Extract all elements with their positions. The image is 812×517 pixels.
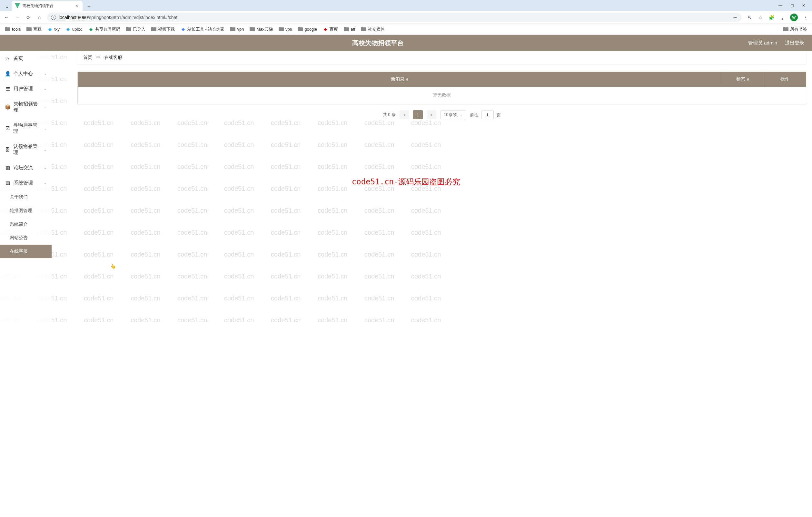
column-action: 操作 — [764, 72, 806, 87]
logout-button[interactable]: 退出登录 — [785, 40, 804, 46]
user-info[interactable]: 管理员 admin — [748, 40, 777, 46]
menu-icon[interactable]: ⋮ — [802, 14, 809, 21]
pagination-prev-button[interactable]: < — [400, 110, 409, 119]
sidebar-item-label: 寻物启事管理 — [13, 122, 40, 134]
chevron-down-icon: ⌄ — [44, 87, 47, 91]
bookmark-item[interactable]: tools — [3, 26, 23, 33]
pagination-total: 共 0 条 — [383, 112, 396, 118]
chevron-down-icon: ⌄ — [44, 181, 47, 185]
browser-tab-strip: ⌄ 高校失物招领平台 × + — ▢ ✕ — [0, 0, 812, 11]
chevron-down-icon: ⌄ — [44, 105, 47, 109]
close-tab-icon[interactable]: × — [74, 3, 79, 8]
bookmark-item[interactable]: google — [296, 26, 319, 33]
folder-icon — [298, 27, 303, 31]
sidebar-item-label: 个人中心 — [13, 70, 33, 77]
folder-icon — [230, 27, 235, 31]
bookmark-label: Max云梯 — [256, 26, 273, 32]
app-header: 高校失物招领平台 管理员 admin 退出登录 — [0, 35, 812, 51]
bookmark-label: 社交媒体 — [368, 26, 385, 32]
bookmark-item[interactable]: 已导入 — [124, 26, 147, 33]
pagination-next-button[interactable]: > — [427, 110, 436, 119]
sidebar-item[interactable]: ☰用户管理⌄ — [0, 81, 52, 96]
folder-icon — [250, 27, 255, 31]
password-key-icon[interactable]: ⊶ — [731, 14, 738, 21]
bookmark-item[interactable]: aff — [342, 26, 357, 33]
bookmark-item[interactable]: 视频下载 — [149, 26, 177, 33]
column-new-message[interactable]: 新消息 ▲▼ — [78, 72, 722, 87]
bookmark-star-icon[interactable]: ☆ — [757, 14, 764, 21]
page-size-select[interactable]: 10条/页 — [440, 110, 466, 119]
breadcrumb-collapse-icon[interactable]: ☰ — [96, 55, 100, 60]
home-button[interactable]: ⌂ — [36, 14, 42, 21]
folder-icon — [279, 27, 284, 31]
forward-button[interactable]: → — [14, 14, 21, 21]
reload-button[interactable]: ⟳ — [25, 14, 32, 21]
extensions-icon[interactable]: 🧩 — [768, 14, 775, 21]
tab-dropdown-icon[interactable]: ⌄ — [3, 2, 11, 11]
folder-icon — [344, 27, 349, 31]
sidebar-item[interactable]: 🗄认领物品管理⌄ — [0, 139, 52, 160]
close-window-button[interactable]: ✕ — [801, 3, 806, 8]
bookmark-favicon-icon: ◆ — [181, 27, 186, 32]
sort-icon[interactable]: ▲▼ — [747, 78, 750, 81]
bookmark-item[interactable]: ◆百度 — [321, 26, 340, 33]
bookmark-item[interactable]: ◆站长工具 - 站长之家 — [179, 26, 227, 33]
sidebar-item[interactable]: ☑寻物启事管理⌄ — [0, 118, 52, 139]
sidebar-item[interactable]: ▤系统管理⌄ — [0, 175, 52, 190]
pagination-page-1[interactable]: 1 — [413, 110, 423, 119]
bookmark-label: google — [304, 27, 317, 32]
chevron-down-icon: ⌄ — [44, 72, 47, 75]
profile-avatar[interactable]: W — [790, 13, 798, 21]
bookmark-item[interactable]: 社交媒体 — [359, 26, 387, 33]
back-button[interactable]: ← — [3, 14, 10, 21]
sidebar-item[interactable]: 👤个人中心⌄ — [0, 66, 52, 81]
box-icon: 📦 — [5, 104, 10, 110]
sidebar-item[interactable]: ▦论坛交流⌄ — [0, 160, 52, 175]
file-icon: ▤ — [5, 181, 10, 186]
all-bookmarks-button[interactable]: 所有书签 — [781, 26, 809, 33]
address-bar[interactable]: i localhost:8080/springboot38tp1/admin/d… — [47, 12, 742, 22]
chevron-down-icon: ⌄ — [44, 148, 47, 151]
bookmark-item[interactable]: ◆uplod — [63, 26, 85, 33]
pagination-goto-input[interactable] — [482, 110, 494, 119]
breadcrumb: 首页 ☰ 在线客服 — [78, 51, 806, 64]
breadcrumb-current: 在线客服 — [104, 55, 122, 61]
sidebar-item[interactable]: 📦失物招领管理⌄ — [0, 96, 52, 118]
column-status[interactable]: 状态 ▲▼ — [722, 72, 764, 87]
bookmarks-bar: tools宝藏◆txy◆uplod◆共享账号密码已导入视频下载◆站长工具 - 站… — [0, 24, 812, 35]
bookmark-item[interactable]: 宝藏 — [25, 26, 44, 33]
bookmark-item[interactable]: Max云梯 — [248, 26, 275, 33]
sidebar-item[interactable]: ⌂首页 — [0, 51, 52, 66]
app-title: 高校失物招领平台 — [8, 39, 748, 48]
sort-icon[interactable]: ▲▼ — [406, 78, 409, 81]
new-tab-button[interactable]: + — [85, 2, 93, 11]
browser-tab[interactable]: 高校失物招领平台 × — [11, 1, 83, 11]
bookmark-item[interactable]: vps — [277, 26, 294, 33]
site-info-icon[interactable]: i — [51, 15, 56, 20]
pagination-goto: 前往 页 — [470, 110, 501, 119]
sidebar-submenu-item[interactable]: 轮播图管理 — [0, 204, 52, 218]
sidebar-submenu-item[interactable]: 在线客服 — [0, 245, 52, 258]
bookmark-favicon-icon: ◆ — [48, 27, 53, 32]
breadcrumb-home[interactable]: 首页 — [83, 55, 92, 61]
folder-icon — [126, 27, 131, 31]
sidebar-submenu-item[interactable]: 系统简介 — [0, 218, 52, 231]
zoom-icon[interactable]: 🔍︎ — [746, 14, 753, 21]
url-text: localhost:8080/springboot38tp1/admin/dis… — [59, 15, 729, 20]
bookmark-item[interactable]: ◆txy — [46, 26, 62, 33]
minimize-button[interactable]: — — [778, 3, 783, 8]
table-header: 新消息 ▲▼ 状态 ▲▼ 操作 — [78, 72, 806, 87]
bookmark-label: vpn — [237, 27, 244, 32]
sidebar-item-label: 用户管理 — [13, 86, 33, 92]
sidebar-submenu-item[interactable]: 网站公告 — [0, 231, 52, 245]
sidebar-item-label: 系统管理 — [13, 180, 33, 186]
bookmark-item[interactable]: vpn — [228, 26, 246, 33]
bookmark-label: txy — [54, 27, 60, 32]
maximize-button[interactable]: ▢ — [789, 3, 794, 8]
downloads-icon[interactable]: ⭳ — [779, 14, 786, 21]
browser-nav-bar: ← → ⟳ ⌂ i localhost:8080/springboot38tp1… — [0, 11, 812, 24]
sidebar-submenu-item[interactable]: 关于我们 — [0, 190, 52, 204]
pagination: 共 0 条 < 1 > 10条/页 前往 页 — [78, 110, 806, 119]
bookmark-item[interactable]: ◆共享账号密码 — [86, 26, 122, 33]
chevron-down-icon: ⌄ — [44, 166, 47, 170]
